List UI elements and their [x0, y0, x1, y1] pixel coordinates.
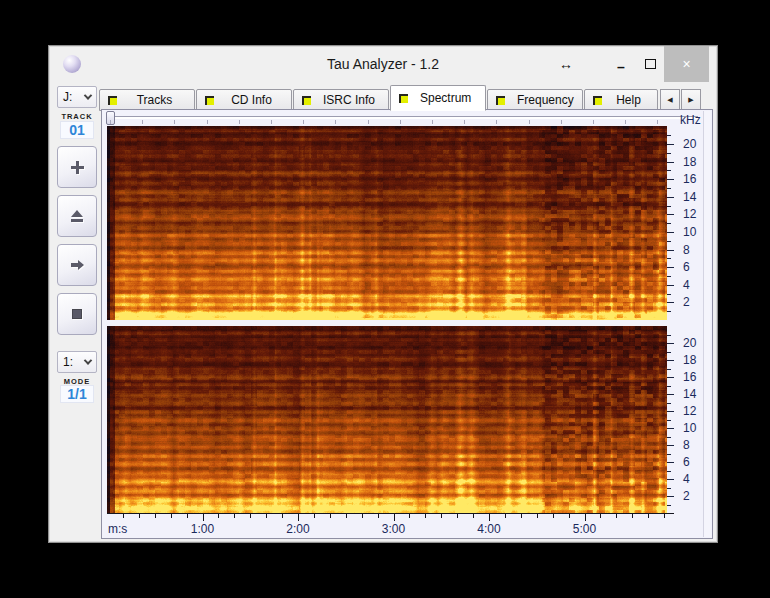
time-tick-minor [457, 514, 458, 518]
freq-tick [667, 170, 671, 171]
time-tick-minor [632, 514, 633, 518]
time-tick-major [298, 514, 299, 521]
freq-tick [667, 214, 674, 215]
time-tick-minor [250, 514, 251, 518]
time-tick-minor [537, 514, 538, 518]
tab-label: Spectrum [414, 91, 477, 105]
maximize-icon [645, 59, 656, 69]
time-axis-unit: m:s [108, 522, 127, 536]
tab-cd-info[interactable]: CD Info [196, 89, 292, 111]
freq-tick [667, 135, 671, 136]
freq-tick [667, 403, 671, 404]
freq-tick-label: 6 [683, 456, 690, 468]
freq-tick [667, 394, 674, 395]
mode-select[interactable]: 1: [57, 351, 97, 373]
time-tick-minor [282, 514, 283, 518]
arrow-head [78, 260, 84, 270]
slider-tick [464, 120, 465, 124]
arrow-right-button[interactable] [57, 244, 97, 286]
tab-scroll-left-button[interactable]: ◀ [660, 89, 680, 111]
slider-tick [174, 120, 175, 124]
freq-tick-label: 2 [683, 296, 690, 308]
slider-tick [529, 120, 530, 124]
drive-select[interactable]: J: [57, 86, 97, 108]
freq-tick-label: 16 [683, 371, 696, 383]
time-tick-minor [473, 514, 474, 518]
tab-spectrum[interactable]: Spectrum [390, 85, 486, 111]
slider-tick [207, 120, 208, 124]
freq-tick [667, 276, 671, 277]
freq-tick [667, 241, 671, 242]
time-tick-minor [155, 514, 156, 518]
chevron-down-icon [84, 91, 92, 99]
freq-tick [667, 250, 674, 251]
time-tick-minor [139, 514, 140, 518]
eject-bar [71, 219, 83, 222]
slider-tick [239, 120, 240, 124]
tab-label: ISRC Info [317, 93, 381, 107]
titlebar[interactable]: Tau Analyzer - 1.2 ↔ – × [49, 46, 717, 82]
freq-tick-label: 10 [683, 226, 696, 238]
eject-button[interactable] [57, 195, 97, 237]
stop-button[interactable] [57, 293, 97, 335]
tab-label: Tracks [123, 93, 186, 107]
time-tick-label: 3:00 [374, 522, 414, 536]
freq-tick [667, 343, 674, 344]
freq-tick [667, 488, 671, 489]
freq-tick [667, 411, 674, 412]
time-tick-major [203, 514, 204, 521]
freq-tick [667, 428, 674, 429]
time-tick-minor [648, 514, 649, 518]
resize-icon[interactable]: ↔ [555, 46, 577, 82]
arrow-shaft [71, 263, 78, 267]
tab-flag-icon [593, 96, 602, 105]
tab-tracks[interactable]: Tracks [99, 89, 195, 111]
freq-tick [667, 258, 671, 259]
time-tick-minor [569, 514, 570, 518]
time-tick-label: 5:00 [565, 522, 605, 536]
freq-tick [667, 462, 674, 463]
freq-tick-label: 10 [683, 422, 696, 434]
time-tick-minor [266, 514, 267, 518]
freq-tick-label: 20 [683, 337, 696, 349]
freq-tick [667, 162, 674, 163]
freq-tick-label: 4 [683, 473, 690, 485]
freq-axis-unit: kHz [680, 113, 701, 127]
mode-select-value: 1: [63, 355, 73, 369]
mode-value: 1/1 [60, 385, 94, 403]
maximize-button[interactable] [637, 46, 663, 82]
tab-isrc-info[interactable]: ISRC Info [293, 89, 389, 111]
spectrum-panel: kHz 24681012141618202468101214161820 1:0… [101, 109, 713, 539]
close-button[interactable]: × [664, 46, 709, 82]
arrow-right-icon [71, 260, 84, 270]
tab-frequency[interactable]: Frequency [487, 89, 583, 111]
position-slider-track[interactable] [110, 116, 698, 119]
time-tick-minor [346, 514, 347, 518]
time-tick-minor [553, 514, 554, 518]
freq-tick [667, 311, 671, 312]
minimize-button[interactable]: – [609, 46, 633, 82]
tab-label: Help [608, 93, 649, 107]
freq-tick-label: 6 [683, 261, 690, 273]
slider-tick [335, 120, 336, 124]
slider-tick [303, 120, 304, 124]
tab-label: CD Info [220, 93, 283, 107]
slider-tick [657, 120, 658, 124]
freq-tick [667, 377, 674, 378]
tab-help[interactable]: Help [584, 89, 658, 111]
tab-scroll-right-button[interactable]: ▶ [681, 89, 701, 111]
eject-icon [71, 210, 83, 222]
time-tick-minor [234, 514, 235, 518]
freq-tick [667, 335, 671, 336]
sidebar: J: TRACK 01 1: MODE 1/1 [56, 86, 98, 538]
spectrogram-right-channel[interactable] [107, 326, 667, 513]
freq-tick [667, 505, 671, 506]
freq-tick [667, 267, 674, 268]
plus-button[interactable] [57, 146, 97, 188]
freq-tick-label: 16 [683, 173, 696, 185]
freq-tick [667, 302, 674, 303]
spectrogram-left-channel[interactable] [107, 126, 667, 320]
tab-flag-icon [399, 94, 408, 103]
time-tick-minor [600, 514, 601, 518]
chevron-down-icon [84, 356, 92, 364]
